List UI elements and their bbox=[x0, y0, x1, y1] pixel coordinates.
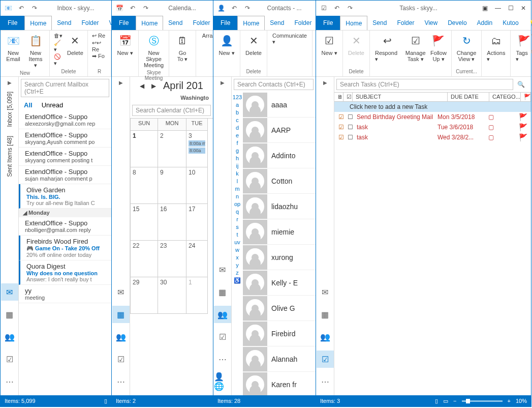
expand-icon[interactable]: ▶ bbox=[8, 80, 12, 85]
alpha-letter[interactable]: h bbox=[236, 155, 239, 161]
flag-icon[interactable]: 🚩 bbox=[519, 123, 529, 131]
menu-send[interactable]: Send / bbox=[52, 16, 76, 30]
calendar-cell[interactable]: 24 bbox=[186, 241, 208, 277]
tasks-nav-icon[interactable]: ☑ bbox=[112, 351, 130, 368]
manage-task-button[interactable]: ☑Manage Task ▾ bbox=[403, 32, 428, 68]
task-checkbox[interactable]: ☐ bbox=[346, 134, 355, 141]
calendar-cell[interactable]: 17 bbox=[186, 204, 208, 241]
task-row[interactable]: ☑☐taskWed 3/28/2...▢🚩 bbox=[334, 132, 531, 142]
delete-button[interactable]: ✕Delete bbox=[242, 32, 265, 68]
menu-folder[interactable]: Folder bbox=[289, 16, 317, 30]
mail-nav-icon[interactable]: ✉ bbox=[317, 283, 334, 301]
communicate-button[interactable]: Communicate ▾ bbox=[269, 32, 310, 68]
menu-developer[interactable]: Develo bbox=[443, 16, 472, 30]
prev-month-icon[interactable]: ◀ bbox=[140, 82, 144, 90]
menu-home[interactable]: Home bbox=[237, 16, 265, 30]
redo-icon[interactable]: ↷ bbox=[29, 3, 40, 14]
tell-me-input[interactable]: 💡 Tell me... bbox=[524, 16, 532, 30]
people-nav-icon[interactable]: 👥 bbox=[1, 328, 18, 345]
col-category[interactable]: CATEGO... bbox=[489, 93, 521, 101]
mail-nav-icon[interactable]: ✉ bbox=[1, 283, 18, 301]
contact-row[interactable]: Karen fr bbox=[243, 372, 316, 395]
search-input[interactable]: Search Current Mailbox (Ctrl+E bbox=[21, 79, 109, 97]
contact-row[interactable]: Cotton bbox=[243, 168, 316, 194]
task-row[interactable]: ☑☐Send Birthday Greeting MailMon 3/5/201… bbox=[334, 112, 531, 122]
alpha-letter[interactable]: uv bbox=[234, 239, 240, 245]
calendar-nav-icon[interactable]: ▦ bbox=[112, 306, 130, 323]
maximize-icon[interactable]: ☐ bbox=[508, 5, 514, 12]
menu-view[interactable]: View bbox=[419, 16, 443, 30]
calendar-cell[interactable]: 30 bbox=[158, 277, 186, 314]
search-tasks-input[interactable]: Search Tasks (Ctrl+E) bbox=[336, 79, 513, 90]
followup-button[interactable]: 🚩Follow Up ▾ bbox=[428, 32, 449, 68]
alpha-letter[interactable]: m bbox=[235, 186, 239, 192]
mail-nav-icon[interactable]: ✉ bbox=[112, 283, 130, 301]
tags-button[interactable]: 🚩Tags ▾ bbox=[513, 32, 532, 68]
contact-row[interactable]: Alannah bbox=[243, 346, 316, 372]
calendar-nav-icon[interactable]: ▦ bbox=[317, 306, 334, 323]
alpha-letter[interactable]: c bbox=[236, 117, 239, 123]
tasks-nav-icon[interactable]: ☑ bbox=[1, 351, 18, 368]
linked-contacts-icon[interactable]: 👤🌐 bbox=[214, 373, 231, 390]
alpha-letter[interactable]: x bbox=[236, 254, 239, 260]
menu-send[interactable]: Send / bbox=[265, 16, 289, 30]
alpha-letter[interactable]: a bbox=[236, 102, 239, 108]
task-row[interactable]: ☑☐taskTue 3/6/2018▢🚩 bbox=[334, 122, 531, 132]
category-box[interactable]: ▢ bbox=[488, 113, 519, 121]
menu-addins[interactable]: Addin bbox=[472, 16, 498, 30]
calendar-event[interactable]: 8:00a m t... bbox=[189, 140, 205, 147]
redo-icon[interactable]: ↷ bbox=[242, 3, 253, 14]
col-icon[interactable]: 🗎 bbox=[334, 93, 343, 101]
respond-button[interactable]: ↩Respond ▾ bbox=[372, 32, 403, 68]
sent-folder-label[interactable]: Sent Items [48] bbox=[6, 133, 13, 180]
category-box[interactable]: ▢ bbox=[488, 124, 519, 131]
menu-home[interactable]: Home bbox=[340, 16, 367, 30]
contact-row[interactable]: xurong bbox=[243, 245, 316, 270]
zoom-slider[interactable] bbox=[462, 400, 503, 402]
col-subject[interactable]: SUBJECT bbox=[353, 93, 448, 101]
alpha-letter[interactable]: s bbox=[236, 224, 239, 230]
menu-kutools[interactable]: Kutoo bbox=[497, 16, 523, 30]
alpha-letter[interactable]: f bbox=[236, 140, 238, 146]
undo-icon[interactable]: ↶ bbox=[127, 3, 138, 14]
ribbon-options-icon[interactable]: ▣ bbox=[482, 5, 488, 12]
alpha-letter[interactable]: k bbox=[236, 170, 239, 177]
tasks-nav-icon[interactable]: ☑ bbox=[317, 351, 334, 368]
alpha-letter[interactable]: ♿ bbox=[234, 277, 241, 284]
search-contacts-input[interactable]: Search Contacts (Ctrl+E) bbox=[234, 79, 314, 90]
calendar-nav-icon[interactable]: ▦ bbox=[1, 306, 18, 323]
people-nav-icon[interactable]: 👥 bbox=[317, 328, 334, 345]
goto-button[interactable]: 🗓Go To ▾ bbox=[171, 32, 194, 68]
people-nav-icon[interactable]: 👥 bbox=[112, 328, 130, 345]
new-items-button[interactable]: 📋New Items ▾ bbox=[24, 32, 47, 70]
new-button[interactable]: 📅New ▾ bbox=[114, 32, 136, 68]
expand-icon[interactable]: ▶ bbox=[323, 80, 327, 85]
minimize-icon[interactable]: — bbox=[495, 5, 501, 12]
contact-row[interactable]: miemie bbox=[243, 219, 316, 245]
search-calendar-input[interactable]: Search Calendar (Ctrl+E) bbox=[132, 105, 211, 116]
ignore-clean-buttons[interactable]: 🗑▾🧹▾🚫▾ bbox=[52, 32, 65, 68]
new-button[interactable]: ☑New ▾ bbox=[318, 32, 340, 68]
alpha-letter[interactable]: n bbox=[236, 193, 239, 199]
contact-row[interactable]: Kelly - E bbox=[243, 270, 316, 296]
calendar-cell[interactable]: 9 bbox=[158, 167, 186, 204]
calendar-cell[interactable]: 22 bbox=[131, 241, 158, 277]
people-nav-icon[interactable]: 👥 bbox=[214, 306, 231, 323]
alpha-letter[interactable]: z bbox=[236, 270, 239, 276]
filter-all[interactable]: All bbox=[24, 101, 33, 109]
undo-icon[interactable]: ↶ bbox=[16, 3, 27, 14]
mail-nav-icon[interactable]: ✉ bbox=[214, 261, 231, 278]
calendar-event[interactable]: 8:00a bbox=[189, 148, 205, 154]
new-button[interactable]: 👤New ▾ bbox=[215, 32, 238, 68]
new-task-row[interactable]: Click here to add a new Task bbox=[334, 102, 531, 112]
calendar-cell[interactable]: 16 bbox=[158, 204, 186, 241]
alpha-letter[interactable]: l bbox=[237, 178, 238, 184]
calendar-cell[interactable]: 38:00a m t...8:00a bbox=[186, 131, 208, 167]
menu-folder[interactable]: Folder bbox=[392, 16, 419, 30]
reply-buttons[interactable]: ↩ Re↩↩ Re➡ Fo bbox=[90, 32, 109, 68]
alpha-letter[interactable]: g bbox=[236, 148, 239, 154]
task-checkbox[interactable]: ☐ bbox=[346, 124, 355, 131]
more-nav-icon[interactable]: ⋯ bbox=[1, 373, 18, 390]
alpha-letter[interactable]: w bbox=[235, 247, 239, 253]
alpha-letter[interactable]: b bbox=[236, 109, 239, 115]
